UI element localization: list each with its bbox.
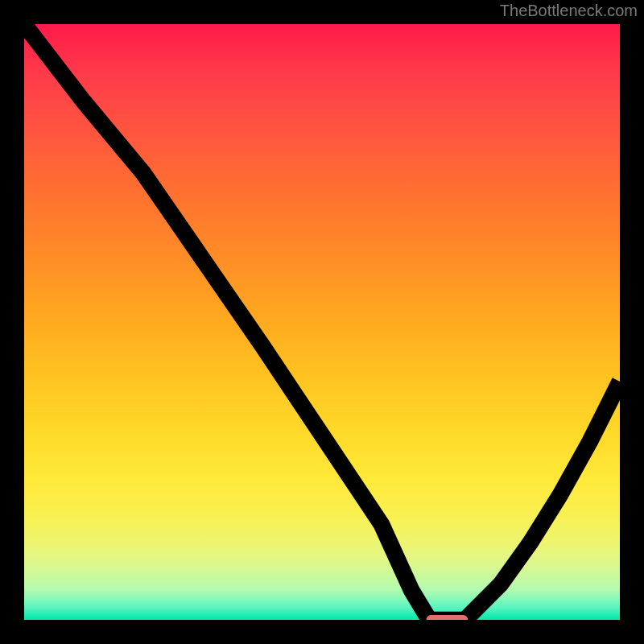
right-curve-line (465, 382, 620, 620)
chart-svg (24, 24, 620, 620)
left-curve-line (24, 24, 429, 620)
optimal-marker (427, 615, 469, 620)
watermark-text: TheBottleneck.com (500, 2, 638, 20)
plot-area (24, 24, 620, 620)
